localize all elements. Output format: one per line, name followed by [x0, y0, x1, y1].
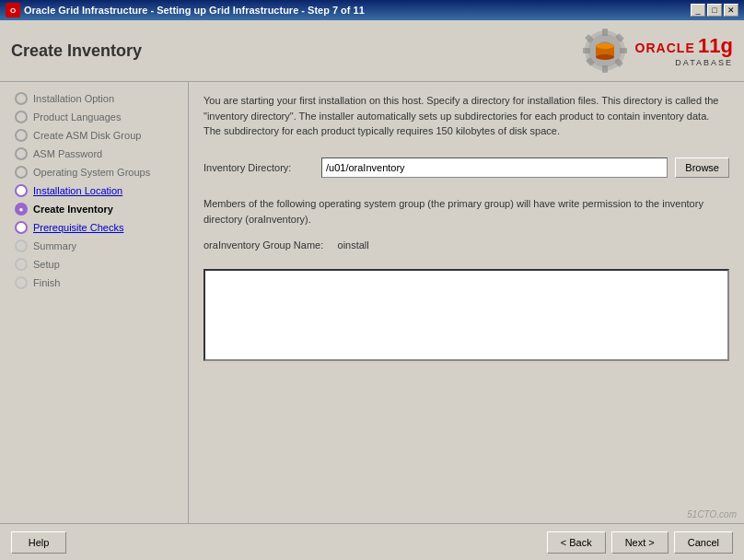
- watermark: 51CTO.com: [687, 509, 737, 519]
- sidebar-item-installation-location[interactable]: Installation Location: [0, 181, 188, 200]
- step-dot-prerequisite-checks: [15, 221, 28, 234]
- oracle-version: 11g: [698, 34, 733, 57]
- svg-rect-5: [583, 48, 590, 53]
- main-content: You are starting your first installation…: [189, 82, 744, 523]
- help-button[interactable]: Help: [11, 531, 66, 554]
- close-button[interactable]: ✕: [724, 4, 738, 17]
- step-dot-asm-password: [15, 147, 28, 160]
- title-bar-text: O Oracle Grid Infrastructure - Setting u…: [6, 3, 365, 18]
- maximize-button[interactable]: □: [707, 4, 722, 17]
- step-dot-create-asm: [15, 129, 28, 142]
- sidebar-label-summary: Summary: [33, 240, 76, 251]
- sidebar-label-asm-password: ASM Password: [33, 148, 102, 159]
- body: Installation Option Product Languages Cr…: [0, 82, 744, 523]
- sidebar-item-installation-option: Installation Option: [0, 89, 188, 108]
- footer-right: < Back Next > Cancel: [547, 531, 733, 554]
- app-icon: O: [6, 3, 20, 18]
- inventory-input[interactable]: [321, 158, 668, 178]
- sidebar-item-finish: Finish: [0, 274, 188, 292]
- sidebar-label-installation-location: Installation Location: [33, 185, 122, 196]
- svg-point-14: [596, 43, 614, 49]
- svg-point-13: [596, 54, 614, 60]
- window-controls: _ □ ✕: [691, 4, 738, 17]
- sidebar-label-prerequisite-checks: Prerequisite Checks: [33, 222, 123, 233]
- sidebar: Installation Option Product Languages Cr…: [0, 82, 189, 523]
- oracle-logo: ORACLE 11g DATABASE: [635, 34, 733, 67]
- sidebar-item-summary: Summary: [0, 237, 188, 255]
- back-button[interactable]: < Back: [547, 531, 606, 554]
- cancel-button[interactable]: Cancel: [674, 531, 733, 554]
- svg-rect-6: [620, 48, 627, 53]
- step-dot-os-groups: [15, 166, 28, 179]
- oracle-text: ORACLE: [635, 41, 695, 55]
- group-info-text: Members of the following operating syste…: [203, 196, 729, 228]
- sidebar-label-finish: Finish: [33, 277, 60, 288]
- group-name-value: oinstall: [338, 239, 369, 251]
- sidebar-label-create-asm: Create ASM Disk Group: [33, 130, 141, 141]
- sidebar-label-os-groups: Operating System Groups: [33, 167, 150, 178]
- inventory-form-row: Inventory Directory: Browse: [203, 158, 729, 178]
- footer: Help < Back Next > Cancel: [0, 523, 744, 560]
- sidebar-label-product-languages: Product Languages: [33, 111, 121, 122]
- group-name-label: oraInventory Group Name:: [203, 239, 323, 251]
- gear-icon: [582, 28, 628, 74]
- sidebar-label-installation-option: Installation Option: [33, 93, 114, 104]
- svg-rect-4: [602, 65, 608, 73]
- step-dot-installation-option: [15, 92, 28, 105]
- footer-left: Help: [11, 531, 66, 554]
- minimize-button[interactable]: _: [691, 4, 705, 17]
- sidebar-item-prerequisite-checks[interactable]: Prerequisite Checks: [0, 218, 188, 237]
- header: Create Inventory: [0, 20, 744, 82]
- oracle-brand: ORACLE 11g: [635, 34, 733, 58]
- svg-rect-3: [602, 29, 608, 36]
- window-content: Create Inventory: [0, 20, 744, 560]
- page-title: Create Inventory: [11, 41, 142, 61]
- description-text: You are starting your first installation…: [203, 93, 729, 139]
- header-logo: ORACLE 11g DATABASE: [582, 28, 733, 74]
- sidebar-item-create-inventory: ● Create Inventory: [0, 200, 188, 218]
- sidebar-item-setup: Setup: [0, 255, 188, 274]
- log-area: [203, 269, 729, 361]
- sidebar-item-create-asm: Create ASM Disk Group: [0, 126, 188, 145]
- step-dot-installation-location: [15, 184, 28, 197]
- next-button[interactable]: Next >: [611, 531, 668, 554]
- step-dot-create-inventory: ●: [15, 203, 28, 216]
- inventory-label: Inventory Directory:: [203, 162, 314, 173]
- sidebar-item-asm-password: ASM Password: [0, 145, 188, 163]
- sidebar-item-os-groups: Operating System Groups: [0, 163, 188, 181]
- sidebar-item-product-languages: Product Languages: [0, 108, 188, 126]
- title-bar: O Oracle Grid Infrastructure - Setting u…: [0, 0, 744, 20]
- group-name-line: oraInventory Group Name: oinstall: [203, 239, 729, 251]
- step-dot-setup: [15, 258, 28, 271]
- sidebar-label-create-inventory: Create Inventory: [33, 204, 113, 215]
- step-dot-finish: [15, 276, 28, 289]
- sidebar-label-setup: Setup: [33, 259, 60, 270]
- step-dot-summary: [15, 239, 28, 252]
- step-dot-product-languages: [15, 111, 28, 123]
- browse-button[interactable]: Browse: [675, 158, 729, 178]
- oracle-database-text: DATABASE: [635, 58, 733, 67]
